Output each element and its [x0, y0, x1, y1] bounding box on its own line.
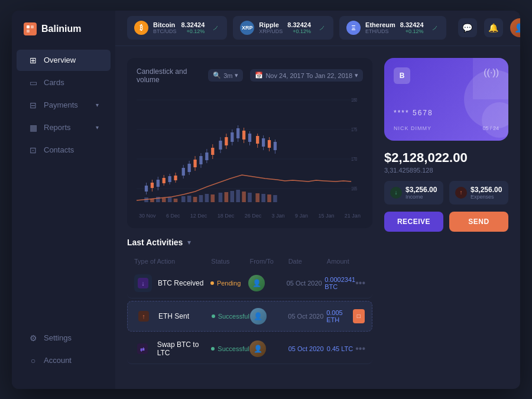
activity-from: 👤	[250, 308, 288, 325]
balance-section: $2,128,022.00 3,31.425895.128 ↓ $3,256.0…	[384, 150, 508, 232]
svg-text:↑: ↑	[142, 313, 145, 320]
activities-section: Last Activities ▾ Type of Action Status …	[127, 238, 372, 366]
user-avatar[interactable]: 👤	[510, 18, 520, 37]
activity-from: 👤	[248, 275, 286, 291]
receive-button[interactable]: RECEIVE	[384, 212, 443, 232]
content: Candlestick and volume 🔍 3m ▾ 📅 Nov 24, …	[115, 46, 520, 389]
expenses-value: $3,256.00	[471, 186, 502, 194]
sidebar-item-contacts[interactable]: ⊡ Contacts	[17, 140, 111, 161]
eth-price: 8.32424 +0.12%	[400, 21, 424, 34]
activity-amount: 0.45 LTC	[327, 345, 353, 352]
chart-date-range[interactable]: 📅 Nov 24, 2017 To Jan 22, 2018 ▾	[250, 69, 363, 82]
svg-rect-67	[219, 193, 223, 202]
activities-filter-button[interactable]: ▾	[187, 238, 191, 246]
candlestick-chart: 180 175 170 165	[137, 91, 363, 209]
svg-rect-50	[262, 138, 265, 147]
ticker-btc[interactable]: ₿ Bitcoin BTC/UDS 8.32424 +0.12% ⟋	[127, 16, 227, 40]
chart-trend-icon: ⟋	[431, 23, 439, 33]
svg-rect-0	[27, 25, 30, 28]
chart-header: Candlestick and volume 🔍 3m ▾ 📅 Nov 24, …	[137, 67, 363, 84]
notification-button[interactable]: 🔔	[484, 18, 503, 37]
income-stat: ↓ $3,256.00 Income	[384, 181, 443, 205]
svg-rect-52	[268, 140, 271, 148]
main-content: ₿ Bitcoin BTC/UDS 8.32424 +0.12% ⟋ XRP R…	[115, 11, 520, 389]
activities-title: Last Activities	[127, 238, 183, 247]
activity-date: 05 Oct 2020	[288, 313, 326, 320]
svg-rect-69	[230, 191, 234, 202]
svg-rect-16	[157, 180, 160, 187]
search-icon: 🔍	[213, 72, 221, 79]
svg-rect-36	[219, 141, 222, 150]
svg-rect-66	[210, 194, 215, 202]
card-holder-name: NICK DIMMY	[394, 125, 432, 131]
eth-sent-icon: ↑	[135, 307, 153, 325]
sidebar-item-label: Overview	[44, 56, 76, 64]
user-avatar-small: 👤	[250, 308, 267, 325]
chart-filter-button[interactable]: 🔍 3m ▾	[208, 69, 243, 82]
svg-rect-68	[225, 192, 229, 202]
activity-date: 05 Oct 2020	[287, 280, 325, 287]
svg-rect-70	[236, 190, 240, 202]
ticker-eth[interactable]: Ξ Ethereum ETH/UDS 8.32424 +0.12% ⟋	[339, 16, 446, 40]
activity-amount: 0.0002341 BTC	[325, 276, 355, 290]
eth-icon: Ξ	[346, 21, 361, 35]
message-button[interactable]: 💬	[458, 18, 477, 37]
sidebar-item-cards[interactable]: ▭ Cards	[17, 72, 111, 93]
chevron-down-icon: ▾	[96, 102, 99, 108]
svg-rect-84	[473, 58, 508, 99]
card-logo: B	[394, 67, 410, 84]
expense-arrow-icon: ↑	[455, 187, 467, 199]
activity-type-btc: ↓ BTC Received	[134, 274, 210, 292]
status-dot	[211, 347, 215, 351]
sidebar-item-account[interactable]: ○ Account	[17, 350, 111, 371]
sidebar-item-overview[interactable]: ⊞ Overview	[17, 50, 111, 71]
account-icon: ○	[28, 356, 38, 365]
sidebar-item-label: Cards	[44, 78, 64, 87]
activities-table-header: Type of Action Status From/To Date Amoun…	[127, 254, 372, 268]
sidebar-item-label: Payments	[44, 100, 78, 109]
sidebar-nav: ⊞ Overview ▭ Cards ⊟ Payments ▾ ▦ Report…	[12, 50, 115, 327]
income-label: Income	[406, 194, 437, 200]
sidebar-item-label: Contacts	[44, 145, 74, 154]
svg-rect-28	[193, 160, 196, 167]
income-info: $3,256.00 Income	[406, 186, 437, 200]
more-options-button[interactable]: •••	[355, 278, 365, 288]
card-expiry: 05 / 24	[482, 125, 499, 131]
svg-rect-61	[181, 196, 186, 202]
svg-rect-24	[182, 168, 185, 176]
svg-rect-30	[199, 156, 202, 164]
topbar-actions: 💬 🔔 👤	[458, 18, 520, 37]
chart-x-labels: 30 Nov 6 Dec 12 Dec 18 Dec 26 Dec 3 Jan …	[137, 213, 363, 219]
app-container: Balinium ⊞ Overview ▭ Cards ⊟ Payments ▾…	[12, 11, 520, 389]
card-number: **** 5678	[394, 109, 433, 117]
table-row: ⇄ Swap BTC to LTC Successful 👤 05	[127, 334, 372, 364]
status-success: Successful	[211, 345, 249, 352]
svg-rect-48	[256, 136, 259, 144]
svg-rect-12	[145, 186, 148, 192]
sidebar-item-payments[interactable]: ⊟ Payments ▾	[17, 95, 111, 116]
activity-from: 👤	[249, 340, 288, 357]
expenses-info: $3,256.00 Expenses	[471, 186, 502, 200]
chevron-down-icon: ▾	[235, 72, 238, 79]
more-options-button[interactable]: □	[353, 309, 365, 323]
user-avatar-small: 👤	[248, 275, 265, 291]
send-button[interactable]: SEND	[449, 212, 508, 232]
contact-icon: ⊡	[28, 145, 38, 155]
sidebar-item-reports[interactable]: ▦ Reports ▾	[17, 117, 111, 138]
svg-rect-22	[174, 176, 177, 180]
eth-info: Ethereum ETH/UDS	[365, 21, 395, 34]
table-row: ↑ ETH Sent Successful 👤 05 Oct 20	[127, 301, 372, 332]
chart-section: Candlestick and volume 🔍 3m ▾ 📅 Nov 24, …	[127, 58, 372, 228]
more-options-button[interactable]: •••	[355, 343, 365, 354]
svg-rect-46	[248, 134, 251, 142]
content-right: B ((·)) **** 5678 NICK DIMMY 05 / 24	[384, 46, 520, 389]
sidebar-bottom: ⚙ Settings ○ Account	[12, 327, 115, 377]
topbar: ₿ Bitcoin BTC/UDS 8.32424 +0.12% ⟋ XRP R…	[115, 11, 520, 46]
ticker-xrp[interactable]: XRP Ripple XRP/UDS 8.32424 +0.12% ⟋	[233, 16, 333, 40]
svg-rect-74	[261, 194, 265, 202]
payment-icon: ⊟	[28, 100, 38, 110]
expenses-label: Expenses	[471, 194, 502, 200]
sidebar-item-settings[interactable]: ⚙ Settings	[17, 327, 111, 349]
svg-rect-72	[248, 193, 252, 202]
status-dot	[212, 314, 215, 318]
